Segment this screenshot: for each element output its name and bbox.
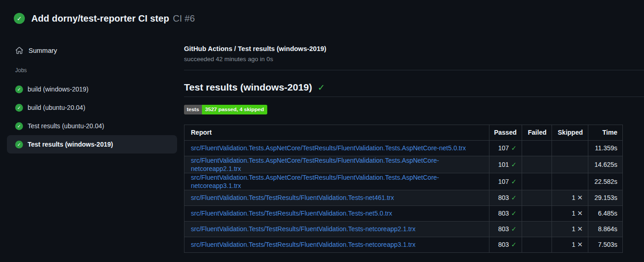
- sidebar-item-label: Test results (ubuntu-20.04): [28, 122, 104, 130]
- section-title: Test results (windows-2019): [184, 82, 312, 93]
- report-link[interactable]: src/FluentValidation.Tests/TestResults/F…: [191, 210, 392, 217]
- tests-badge-value: 3527 passed, 4 skipped: [202, 105, 267, 114]
- test-results-table: Report Passed Failed Skipped Time src/Fl…: [184, 125, 623, 253]
- failed-cell: [522, 237, 552, 252]
- sidebar-item-label: Test results (windows-2019): [28, 141, 113, 148]
- time-cell: 7.503s: [588, 237, 623, 252]
- x-icon: ✕: [577, 210, 583, 217]
- check-icon: ✓: [511, 225, 517, 233]
- time-cell: 22.582s: [588, 173, 623, 190]
- passed-cell: 101✓: [489, 156, 522, 173]
- sidebar: Summary Jobs ✓build (windows-2019)✓build…: [0, 37, 184, 154]
- skipped-cell: [552, 173, 588, 190]
- jobs-list: ✓build (windows-2019)✓build (ubuntu-20.0…: [0, 80, 184, 154]
- passed-cell: 803✓: [489, 190, 522, 205]
- failed-cell: [522, 156, 552, 173]
- failed-cell: [522, 205, 552, 221]
- run-title: Add dorny/test-reporter CI step: [31, 13, 169, 24]
- sidebar-item-test-results-windows-2019[interactable]: ✓Test results (windows-2019): [7, 135, 177, 154]
- table-row: src/FluentValidation.Tests.AspNetCore/Te…: [184, 156, 623, 173]
- x-icon: ✕: [577, 241, 583, 248]
- divider: [184, 70, 644, 70]
- run-number: CI #6: [173, 13, 195, 24]
- passed-cell: 803✓: [489, 205, 522, 221]
- report-link[interactable]: src/FluentValidation.Tests/TestResults/F…: [191, 241, 415, 248]
- check-icon: ✓: [511, 241, 517, 248]
- passed-cell: 107✓: [489, 140, 522, 156]
- check-icon: ✓: [511, 178, 517, 185]
- time-cell: 6.485s: [588, 205, 623, 221]
- check-run-title: GitHub Actions / Test results (windows-2…: [184, 45, 644, 52]
- check-icon: ✓: [318, 82, 325, 93]
- x-icon: ✕: [577, 225, 583, 233]
- column-header-report: Report: [184, 125, 489, 140]
- table-row: src/FluentValidation.Tests.AspNetCore/Te…: [184, 173, 623, 190]
- time-cell: 11.359s: [588, 140, 623, 156]
- x-icon: ✕: [577, 194, 583, 201]
- skipped-cell: 1✕: [552, 221, 588, 237]
- home-icon: [15, 46, 23, 55]
- skipped-cell: [552, 140, 588, 156]
- passed-cell: 803✓: [489, 237, 522, 252]
- sidebar-item-summary[interactable]: Summary: [15, 42, 184, 59]
- column-header-passed: Passed: [489, 125, 522, 140]
- sidebar-summary-label: Summary: [29, 47, 57, 54]
- jobs-section-label: Jobs: [15, 67, 184, 74]
- sidebar-item-test-results-ubuntu-20.04[interactable]: ✓Test results (ubuntu-20.04): [7, 117, 177, 135]
- run-header: ✓ Add dorny/test-reporter CI step CI #6: [0, 0, 644, 37]
- passed-cell: 803✓: [489, 221, 522, 237]
- workflow-run-page: ✓ Add dorny/test-reporter CI step CI #6 …: [0, 0, 644, 262]
- results-table-body: src/FluentValidation.Tests.AspNetCore/Te…: [184, 140, 623, 252]
- main-content: GitHub Actions / Test results (windows-2…: [184, 37, 644, 253]
- column-header-failed: Failed: [522, 125, 552, 140]
- skipped-cell: 1✕: [552, 237, 588, 252]
- column-header-skipped: Skipped: [552, 125, 588, 140]
- check-circle-icon: ✓: [15, 141, 23, 148]
- failed-cell: [522, 221, 552, 237]
- report-link[interactable]: src/FluentValidation.Tests.AspNetCore/Te…: [191, 174, 439, 189]
- report-link[interactable]: src/FluentValidation.Tests.AspNetCore/Te…: [191, 157, 439, 172]
- table-row: src/FluentValidation.Tests/TestResults/F…: [184, 221, 623, 237]
- column-header-time: Time: [588, 125, 623, 140]
- table-row: src/FluentValidation.Tests/TestResults/F…: [184, 237, 623, 252]
- failed-cell: [522, 173, 552, 190]
- time-cell: 8.864s: [588, 221, 623, 237]
- skipped-cell: 1✕: [552, 190, 588, 205]
- check-circle-icon: ✓: [15, 85, 23, 93]
- time-cell: 14.625s: [588, 156, 623, 173]
- sidebar-item-label: build (windows-2019): [28, 85, 88, 93]
- check-circle-icon: ✓: [15, 122, 23, 130]
- check-icon: ✓: [511, 194, 517, 201]
- table-row: src/FluentValidation.Tests/TestResults/F…: [184, 190, 623, 205]
- failed-cell: [522, 190, 552, 205]
- skipped-cell: [552, 156, 588, 173]
- skipped-cell: 1✕: [552, 205, 588, 221]
- table-header-row: Report Passed Failed Skipped Time: [184, 125, 623, 140]
- check-icon: ✓: [511, 210, 517, 217]
- table-row: src/FluentValidation.Tests.AspNetCore/Te…: [184, 140, 623, 156]
- section-title-row: Test results (windows-2019) ✓: [184, 82, 644, 97]
- tests-badge-label: tests: [184, 105, 202, 114]
- sidebar-item-build-ubuntu-20.04[interactable]: ✓build (ubuntu-20.04): [7, 98, 177, 117]
- tests-badge: tests 3527 passed, 4 skipped: [184, 105, 267, 114]
- report-link[interactable]: src/FluentValidation.Tests/TestResults/F…: [191, 225, 415, 233]
- passed-cell: 107✓: [489, 173, 522, 190]
- report-link[interactable]: src/FluentValidation.Tests.AspNetCore/Te…: [191, 144, 466, 152]
- check-run-status: succeeded 42 minutes ago in 0s: [184, 56, 644, 63]
- report-link[interactable]: src/FluentValidation.Tests/TestResults/F…: [191, 194, 394, 201]
- sidebar-item-label: build (ubuntu-20.04): [28, 104, 85, 111]
- sidebar-item-build-windows-2019[interactable]: ✓build (windows-2019): [7, 80, 177, 98]
- failed-cell: [522, 140, 552, 156]
- check-icon: ✓: [511, 144, 517, 152]
- table-row: src/FluentValidation.Tests/TestResults/F…: [184, 205, 623, 221]
- time-cell: 29.153s: [588, 190, 623, 205]
- check-icon: ✓: [511, 161, 517, 168]
- check-circle-icon: ✓: [15, 104, 23, 112]
- check-circle-icon: ✓: [14, 13, 25, 24]
